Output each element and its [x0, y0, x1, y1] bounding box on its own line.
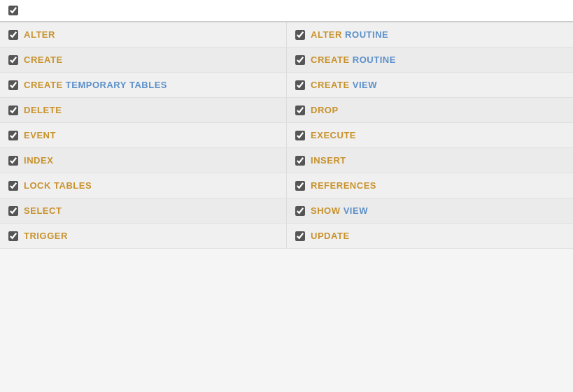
- privilege-row: SELECTSHOW VIEW: [0, 198, 573, 224]
- privilege-cell-left: TRIGGER: [0, 224, 287, 248]
- priv-label-right-2: CREATE VIEW: [311, 80, 377, 90]
- priv-label-right-6: REFERENCES: [311, 180, 376, 191]
- privilege-cell-right: REFERENCES: [287, 173, 573, 198]
- checkbox-right-1[interactable]: [295, 55, 305, 65]
- checkbox-left-3[interactable]: [8, 106, 18, 115]
- privilege-cell-left: EVENT: [0, 123, 287, 147]
- checkbox-left-0[interactable]: [8, 30, 18, 40]
- checkbox-right-5[interactable]: [295, 156, 305, 166]
- privilege-row: ALTERALTER ROUTINE: [0, 22, 573, 48]
- privilege-row: EVENTEXECUTE: [0, 123, 573, 148]
- priv-label-right-1: CREATE ROUTINE: [311, 55, 396, 65]
- privilege-cell-right: SHOW VIEW: [287, 198, 573, 223]
- checkbox-right-3[interactable]: [295, 106, 305, 115]
- privilege-cell-left: CREATE: [0, 48, 287, 72]
- checkbox-right-6[interactable]: [295, 181, 305, 191]
- privilege-cell-right: ALTER ROUTINE: [287, 22, 573, 47]
- privilege-row: LOCK TABLESREFERENCES: [0, 173, 573, 198]
- checkbox-right-2[interactable]: [295, 80, 305, 90]
- privilege-row: INDEXINSERT: [0, 148, 573, 173]
- privilege-row: CREATECREATE ROUTINE: [0, 48, 573, 73]
- checkbox-right-4[interactable]: [295, 131, 305, 140]
- priv-label-left-1: CREATE: [24, 55, 63, 65]
- checkbox-left-5[interactable]: [8, 156, 18, 166]
- privilege-row: TRIGGERUPDATE: [0, 224, 573, 249]
- select-all-wrap: [8, 6, 24, 15]
- select-all-checkbox[interactable]: [8, 6, 18, 15]
- checkbox-right-8[interactable]: [295, 231, 305, 241]
- rows-container: ALTERALTER ROUTINECREATECREATE ROUTINECR…: [0, 22, 573, 249]
- priv-label-left-0: ALTER: [24, 29, 55, 40]
- priv-label-right-3: DROP: [311, 105, 339, 115]
- privilege-cell-right: CREATE VIEW: [287, 73, 573, 97]
- checkbox-left-7[interactable]: [8, 206, 18, 216]
- checkbox-right-0[interactable]: [295, 30, 305, 40]
- privilege-cell-right: DROP: [287, 98, 573, 122]
- priv-label-right-5: INSERT: [311, 155, 346, 166]
- priv-label-right-0: ALTER ROUTINE: [311, 29, 388, 40]
- privilege-cell-right: UPDATE: [287, 224, 573, 248]
- privilege-cell-right: CREATE ROUTINE: [287, 48, 573, 72]
- priv-label-right-7: SHOW VIEW: [311, 205, 368, 216]
- priv-label-left-8: TRIGGER: [24, 231, 68, 241]
- checkbox-left-1[interactable]: [8, 55, 18, 65]
- priv-label-left-6: LOCK TABLES: [24, 180, 92, 191]
- privilege-row: CREATE TEMPORARY TABLESCREATE VIEW: [0, 73, 573, 98]
- priv-label-left-2: CREATE TEMPORARY TABLES: [24, 80, 167, 90]
- header-row: [0, 0, 573, 22]
- privilege-cell-left: INDEX: [0, 148, 287, 173]
- privilege-cell-left: SELECT: [0, 198, 287, 223]
- privilege-cell-right: EXECUTE: [287, 123, 573, 147]
- privilege-cell-left: ALTER: [0, 22, 287, 47]
- priv-label-right-8: UPDATE: [311, 231, 350, 241]
- privilege-cell-left: DELETE: [0, 98, 287, 122]
- privilege-cell-left: CREATE TEMPORARY TABLES: [0, 73, 287, 97]
- priv-label-right-4: EXECUTE: [311, 130, 356, 140]
- priv-label-left-4: EVENT: [24, 130, 56, 140]
- privilege-cell-left: LOCK TABLES: [0, 173, 287, 198]
- privilege-row: DELETEDROP: [0, 98, 573, 123]
- privileges-container: ALTERALTER ROUTINECREATECREATE ROUTINECR…: [0, 0, 573, 249]
- priv-label-left-5: INDEX: [24, 155, 53, 166]
- checkbox-right-7[interactable]: [295, 206, 305, 216]
- privilege-cell-right: INSERT: [287, 148, 573, 173]
- checkbox-left-8[interactable]: [8, 231, 18, 241]
- checkbox-left-6[interactable]: [8, 181, 18, 191]
- checkbox-left-2[interactable]: [8, 80, 18, 90]
- priv-label-left-7: SELECT: [24, 205, 62, 216]
- priv-label-left-3: DELETE: [24, 105, 62, 115]
- checkbox-left-4[interactable]: [8, 131, 18, 140]
